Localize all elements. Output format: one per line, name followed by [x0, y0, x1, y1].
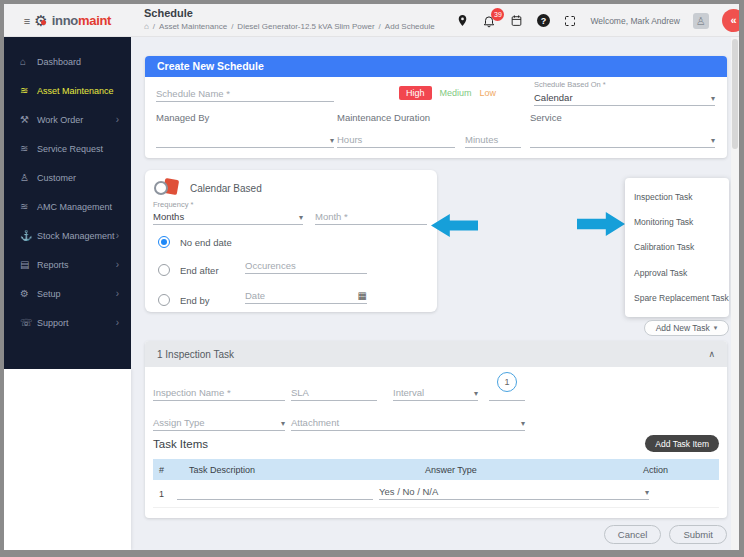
notification-badge: 39	[491, 8, 504, 21]
minutes-field[interactable]	[465, 130, 521, 148]
sidebar-item-customer[interactable]: ♙ Customer	[4, 163, 131, 192]
breadcrumb-asset-maintenance[interactable]: Asset Maintenance	[159, 22, 227, 31]
sidebar-label: Service Request	[37, 144, 103, 154]
app-window: ≡ ⚙ innomaint Schedule ⌂ / Asset Mainten…	[4, 4, 739, 550]
task-description-field[interactable]	[177, 482, 373, 500]
col-action: Action	[643, 465, 719, 475]
table-header-row: # Task Description Answer Type Action	[153, 459, 719, 480]
chevron-down-icon: ▾	[330, 137, 334, 145]
occurrences-input[interactable]	[245, 260, 367, 271]
card-header: Create New Schedule	[145, 56, 727, 77]
sidebar-item-stock-management[interactable]: ⚓ Stock Management ›	[4, 221, 131, 250]
priority-medium-button[interactable]: Medium	[440, 88, 472, 98]
collapse-chevron-up-icon[interactable]: ∧	[708, 349, 715, 359]
sidebar-item-work-order[interactable]: ⚒ Work Order ›	[4, 105, 131, 134]
priority-high-button[interactable]: High	[399, 86, 432, 100]
end-by-label: End by	[180, 295, 210, 306]
priority-low-button[interactable]: Low	[480, 88, 497, 98]
managed-by-select[interactable]: ▾	[156, 130, 334, 148]
hours-field[interactable]	[337, 130, 455, 148]
page-title: Schedule	[144, 7, 435, 19]
chevron-right-icon: ›	[116, 259, 119, 270]
end-by-radio[interactable]	[158, 294, 170, 306]
sidebar-item-setup[interactable]: ⚙ Setup ›	[4, 279, 131, 308]
create-schedule-card: Create New Schedule High Medium Low Sche…	[145, 56, 727, 158]
add-new-task-button[interactable]: Add New Task ▾	[644, 320, 729, 336]
home-icon: ⌂	[20, 56, 37, 67]
chevron-down-icon: ▾	[281, 420, 285, 428]
gear-icon: ⚙	[20, 288, 37, 299]
inspection-name-input[interactable]	[153, 387, 285, 398]
sidebar-item-amc-management[interactable]: ≋ AMC Management	[4, 192, 131, 221]
schedule-name-field[interactable]	[156, 84, 334, 102]
breadcrumb-home-icon[interactable]: ⌂	[144, 22, 149, 31]
occurrences-field[interactable]	[245, 256, 367, 274]
sidebar-item-support[interactable]: ☏ Support ›	[4, 308, 131, 337]
inspection-task-header[interactable]: 1 Inspection Task ∧	[145, 341, 727, 367]
answer-type-select[interactable]: Yes / No / N/A ▾	[379, 482, 649, 500]
assign-type-select[interactable]: Assign Type ▾	[153, 413, 285, 431]
calendar-based-card: Calendar Based Frequency * Months ▾ No e…	[145, 170, 437, 312]
month-field[interactable]	[315, 207, 427, 225]
vertical-scrollbar[interactable]	[731, 37, 739, 550]
schedule-based-on-value: Calendar	[534, 92, 573, 103]
col-number: #	[153, 465, 189, 475]
menu-item-monitoring-task[interactable]: Monitoring Task	[625, 217, 729, 227]
sla-field[interactable]	[291, 383, 377, 401]
fullscreen-icon[interactable]	[563, 14, 577, 28]
schedule-based-on-select[interactable]: Calendar ▾	[534, 88, 715, 106]
sidebar-label: Reports	[37, 260, 69, 270]
interval-select[interactable]: Interval ▾	[393, 383, 478, 401]
chevron-right-icon: ›	[116, 114, 119, 125]
cancel-button[interactable]: Cancel	[604, 525, 662, 544]
screenshot-frame: ≡ ⚙ innomaint Schedule ⌂ / Asset Mainten…	[0, 0, 744, 557]
frequency-select[interactable]: Months ▾	[153, 207, 303, 225]
hours-input[interactable]	[337, 134, 455, 145]
sidebar-item-service-request[interactable]: ≋ Service Request	[4, 134, 131, 163]
calendar-clock-icon	[154, 178, 182, 200]
anchor-icon: ⚓	[20, 230, 37, 241]
chevron-down-icon: ▾	[474, 390, 478, 398]
add-task-item-button[interactable]: Add Task Item	[645, 435, 719, 452]
task-description-input[interactable]	[177, 486, 373, 497]
annotation-arrow-left	[431, 214, 478, 237]
inspection-name-field[interactable]	[153, 383, 285, 401]
notifications-bell-icon[interactable]: 39	[482, 14, 496, 28]
attachment-select[interactable]: Attachment ▾	[291, 413, 525, 431]
hamburger-menu-icon[interactable]: ≡	[24, 15, 30, 27]
interval-count-field[interactable]	[489, 385, 525, 401]
no-end-date-radio[interactable]	[158, 236, 170, 248]
layers-icon: ≋	[20, 85, 37, 96]
help-icon[interactable]: ?	[536, 14, 550, 28]
col-answer-type: Answer Type	[381, 465, 643, 475]
menu-item-calibration-task[interactable]: Calibration Task	[625, 242, 729, 252]
location-pin-icon[interactable]	[455, 14, 469, 28]
breadcrumb-asset[interactable]: Diesel Generator-12.5 kVA Slim Power	[237, 22, 374, 31]
schedule-name-input[interactable]	[156, 88, 334, 99]
menu-item-approval-task[interactable]: Approval Task	[625, 268, 729, 278]
end-date-field[interactable]: ▦	[245, 286, 367, 304]
col-task-description: Task Description	[189, 465, 381, 475]
sidebar-empty-area	[4, 369, 131, 550]
sidebar-item-reports[interactable]: ▤ Reports ›	[4, 250, 131, 279]
sidebar-item-asset-maintenance[interactable]: ≋ Asset Maintenance	[4, 76, 131, 105]
no-end-date-label: No end date	[180, 237, 232, 248]
calendar-icon[interactable]	[509, 14, 523, 28]
welcome-text: Welcome, Mark Andrew	[590, 16, 680, 26]
menu-item-spare-replacement-task[interactable]: Spare Replacement Task	[625, 293, 729, 303]
month-input[interactable]	[315, 211, 427, 222]
minutes-input[interactable]	[465, 134, 521, 145]
end-after-radio[interactable]	[158, 264, 170, 276]
user-avatar[interactable]: ♙	[693, 13, 709, 29]
sla-input[interactable]	[291, 387, 377, 398]
date-picker-icon[interactable]: ▦	[358, 290, 367, 301]
sidebar-item-dashboard[interactable]: ⌂ Dashboard	[4, 47, 131, 76]
submit-button[interactable]: Submit	[669, 525, 727, 544]
menu-item-inspection-task[interactable]: Inspection Task	[625, 192, 729, 202]
collapse-panel-button[interactable]: «	[722, 9, 739, 32]
service-select[interactable]: ▾	[530, 130, 715, 148]
add-task-dropdown-menu: Inspection Task Monitoring Task Calibrat…	[625, 178, 729, 317]
end-date-input[interactable]	[245, 290, 358, 301]
scrollbar-thumb[interactable]	[732, 39, 738, 149]
logo: ≡ ⚙ innomaint	[4, 4, 131, 37]
